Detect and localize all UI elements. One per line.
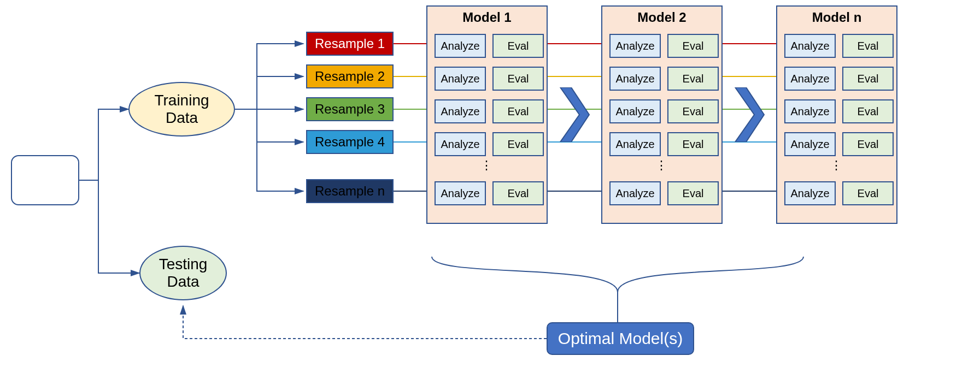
eval-cell: Eval <box>492 34 544 58</box>
diagram-root: Training Data Testing Data Resample 1 Re… <box>0 0 980 391</box>
eval-cell: Eval <box>667 34 719 58</box>
analyze-cell: Analyze <box>609 34 661 58</box>
resample-n: Resample n <box>306 179 394 203</box>
resample-label: Resample 3 <box>315 102 385 117</box>
eval-cell: Eval <box>842 34 894 58</box>
ellipsis-icon: ⋮ <box>602 158 721 173</box>
eval-cell: Eval <box>842 67 894 91</box>
analyze-cell: Analyze <box>784 132 836 156</box>
analyze-cell: Analyze <box>784 99 836 123</box>
optimal-models-box: Optimal Model(s) <box>547 322 694 355</box>
eval-cell: Eval <box>667 181 719 205</box>
training-data-label: Training Data <box>154 92 209 127</box>
eval-cell: Eval <box>667 67 719 91</box>
eval-cell: Eval <box>492 132 544 156</box>
analyze-cell: Analyze <box>435 67 486 91</box>
analyze-cell: Analyze <box>435 34 486 58</box>
eval-cell: Eval <box>842 181 894 205</box>
resample-label: Resample n <box>315 183 385 199</box>
model-title: Model 1 <box>427 10 547 25</box>
eval-cell: Eval <box>842 132 894 156</box>
model-title: Model n <box>777 10 896 25</box>
resample-label: Resample 2 <box>315 69 385 84</box>
eval-cell: Eval <box>842 99 894 123</box>
model-1: Model 1 Analyze Eval Analyze Eval Analyz… <box>426 5 548 224</box>
source-box <box>11 155 79 205</box>
eval-cell: Eval <box>492 67 544 91</box>
eval-cell: Eval <box>667 99 719 123</box>
eval-cell: Eval <box>492 99 544 123</box>
eval-cell: Eval <box>667 132 719 156</box>
analyze-cell: Analyze <box>609 181 661 205</box>
eval-cell: Eval <box>492 181 544 205</box>
model-title: Model 2 <box>602 10 721 25</box>
chevron-icon <box>732 87 765 142</box>
resample-3: Resample 3 <box>306 97 394 121</box>
ellipsis-icon: ⋮ <box>427 158 547 173</box>
resample-1: Resample 1 <box>306 32 394 56</box>
model-n: Model n Analyze Eval Analyze Eval Analyz… <box>776 5 897 224</box>
analyze-cell: Analyze <box>435 132 486 156</box>
analyze-cell: Analyze <box>784 181 836 205</box>
analyze-cell: Analyze <box>435 181 486 205</box>
analyze-cell: Analyze <box>609 99 661 123</box>
resample-4: Resample 4 <box>306 130 394 154</box>
analyze-cell: Analyze <box>609 67 661 91</box>
model-2: Model 2 Analyze Eval Analyze Eval Analyz… <box>601 5 723 224</box>
testing-data-ellipse: Testing Data <box>139 246 227 300</box>
resample-label: Resample 1 <box>315 36 385 51</box>
optimal-label: Optimal Model(s) <box>558 329 683 348</box>
chevron-icon <box>558 87 590 142</box>
ellipsis-icon: ⋮ <box>777 158 896 173</box>
testing-data-label: Testing Data <box>159 256 208 291</box>
training-data-ellipse: Training Data <box>128 82 235 137</box>
resample-label: Resample 4 <box>315 134 385 150</box>
analyze-cell: Analyze <box>609 132 661 156</box>
analyze-cell: Analyze <box>784 67 836 91</box>
resample-2: Resample 2 <box>306 64 394 88</box>
analyze-cell: Analyze <box>784 34 836 58</box>
analyze-cell: Analyze <box>435 99 486 123</box>
